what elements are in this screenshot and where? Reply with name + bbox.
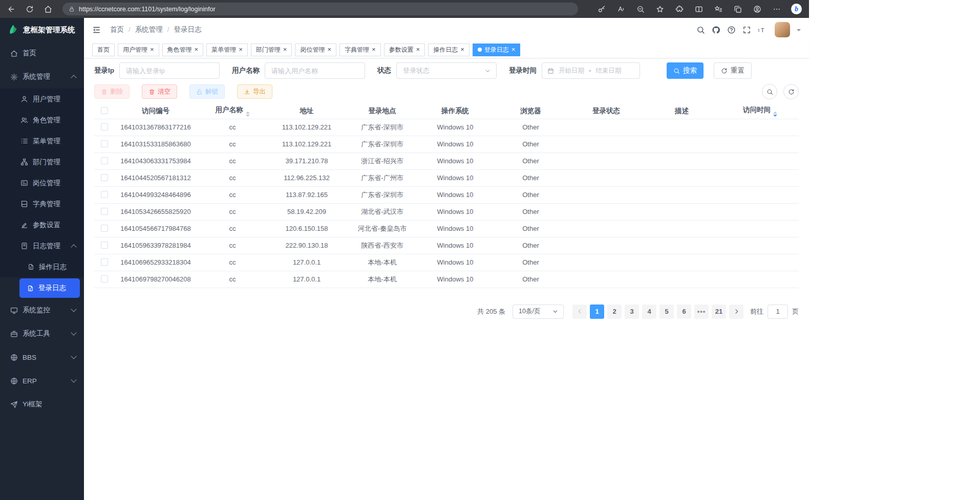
sidebar-item[interactable]: 登录日志 (19, 278, 80, 298)
column-header[interactable]: 浏览器 (491, 103, 570, 119)
avatar[interactable] (775, 22, 790, 37)
sidebar-item[interactable]: 日志管理 (0, 235, 84, 256)
sidebar-item[interactable]: 系统监控 (0, 298, 84, 322)
sort-caret-icon[interactable] (246, 112, 250, 117)
column-header[interactable]: 用户名称 (197, 103, 268, 119)
row-checkbox[interactable] (101, 208, 108, 215)
toolbar-button[interactable]: 导出 (237, 84, 272, 99)
table-row[interactable]: 1641031533185863680 cc 113.102.129.221 广… (94, 136, 799, 153)
page-button[interactable]: 3 (625, 305, 639, 319)
page-button[interactable]: 2 (607, 305, 622, 319)
tab[interactable]: 用户管理 (118, 44, 159, 56)
split-screen-icon[interactable] (695, 5, 703, 13)
collapse-sidebar-icon[interactable] (92, 26, 101, 34)
back-icon[interactable] (7, 5, 15, 13)
sidebar-item[interactable]: 参数设置 (0, 214, 84, 235)
breadcrumb-item[interactable]: 系统管理 (124, 25, 163, 34)
column-header[interactable]: 登录地点 (345, 103, 419, 119)
row-checkbox[interactable] (101, 225, 108, 232)
column-header[interactable]: 操作系统 (419, 103, 491, 119)
close-tab-icon[interactable] (416, 46, 420, 53)
sidebar-item[interactable]: 系统管理 (0, 65, 84, 89)
start-date-placeholder[interactable]: 开始日期 (559, 67, 584, 75)
column-header[interactable]: 地址 (268, 103, 345, 119)
tab[interactable]: 部门管理 (251, 44, 292, 56)
tab[interactable]: 字典管理 (339, 44, 381, 56)
table-row[interactable]: 1641053426655825920 cc 58.19.42.209 湖北省-… (94, 203, 799, 220)
sidebar-item[interactable]: BBS (0, 345, 84, 369)
add-favorite-icon[interactable] (656, 5, 664, 13)
password-key-icon[interactable] (598, 5, 606, 13)
sidebar-item[interactable]: 菜单管理 (0, 131, 84, 151)
sidebar-item[interactable]: 用户管理 (0, 89, 84, 110)
column-header[interactable]: 登录状态 (570, 103, 642, 119)
table-row[interactable]: 1641044993248464896 cc 113.87.92.165 广东省… (94, 186, 799, 203)
goto-page-input[interactable] (768, 305, 788, 319)
row-checkbox[interactable] (101, 258, 108, 266)
sidebar-item[interactable]: 系统工具 (0, 322, 84, 345)
breadcrumb-item[interactable]: 登录日志 (163, 25, 202, 34)
breadcrumb-item[interactable]: 首页 (110, 25, 124, 34)
select-all-checkbox[interactable] (101, 107, 108, 114)
column-header[interactable]: 描述 (642, 103, 721, 119)
close-tab-icon[interactable] (283, 46, 287, 53)
refresh-table-button[interactable] (783, 84, 799, 99)
toolbar-button[interactable]: 清空 (142, 84, 177, 99)
extensions-icon[interactable] (675, 5, 684, 13)
app-logo[interactable]: 意框架管理系统 (0, 18, 84, 41)
select-all-cell[interactable] (94, 103, 115, 119)
close-tab-icon[interactable] (460, 46, 464, 53)
avatar-caret-icon[interactable] (797, 29, 801, 33)
prev-page-button[interactable] (572, 305, 587, 319)
table-row[interactable]: 1641044520567181312 cc 112.96.225.132 广东… (94, 169, 799, 186)
tab[interactable]: 菜单管理 (206, 44, 248, 56)
table-row[interactable]: 1641059633978281984 cc 222.90.130.18 陕西省… (94, 237, 799, 254)
column-header[interactable]: 访问时间 (721, 103, 799, 119)
table-row[interactable]: 1641069652933218304 cc 127.0.0.1 本地-本机 W… (94, 254, 799, 271)
sidebar-item[interactable]: 部门管理 (0, 151, 84, 172)
sidebar-item[interactable]: Yi框架 (0, 393, 84, 416)
close-tab-icon[interactable] (195, 46, 199, 53)
sidebar-item[interactable]: 角色管理 (0, 110, 84, 131)
toolbar-button[interactable]: 解锁 (189, 84, 225, 99)
sidebar-item[interactable]: 岗位管理 (0, 172, 84, 193)
row-checkbox[interactable] (101, 140, 108, 147)
home-icon[interactable] (44, 5, 52, 13)
fullscreen-icon[interactable] (742, 26, 751, 34)
page-button[interactable]: 5 (659, 305, 674, 319)
close-tab-icon[interactable] (239, 46, 243, 53)
table-row[interactable]: 1641031367863177216 cc 113.102.129.221 广… (94, 119, 799, 136)
copilot-icon[interactable]: b (791, 4, 802, 14)
sort-caret-icon[interactable] (773, 112, 777, 117)
table-row[interactable]: 1641054566717984768 cc 120.6.150.158 河北省… (94, 220, 799, 237)
address-bar[interactable]: https://ccnetcore.com:1101/system/log/lo… (62, 3, 578, 15)
page-button[interactable]: 6 (677, 305, 691, 319)
tab[interactable]: 岗位管理 (295, 44, 336, 56)
login-ip-input[interactable] (119, 62, 220, 79)
tab[interactable]: 参数设置 (384, 44, 425, 56)
username-input[interactable] (265, 62, 365, 79)
page-button[interactable]: 4 (642, 305, 656, 319)
close-tab-icon[interactable] (327, 46, 331, 53)
reset-button[interactable]: 重置 (714, 62, 752, 79)
read-aloud-icon[interactable] (617, 5, 625, 13)
column-header[interactable]: 访问编号 (115, 103, 197, 119)
toggle-search-button[interactable] (762, 84, 777, 99)
table-row[interactable]: 1641043063331753984 cc 39.171.210.78 浙江省… (94, 153, 799, 169)
row-checkbox[interactable] (101, 275, 108, 282)
github-icon[interactable] (712, 26, 720, 34)
refresh-icon[interactable] (26, 5, 34, 13)
zoom-out-icon[interactable] (636, 5, 645, 13)
close-tab-icon[interactable] (372, 46, 376, 53)
more-pages-button[interactable]: ••• (694, 305, 709, 319)
sidebar-item[interactable]: 操作日志 (0, 256, 84, 277)
last-page-button[interactable]: 21 (712, 305, 726, 319)
sidebar-item[interactable]: 首页 (0, 41, 84, 65)
date-range-picker[interactable]: 开始日期 - 结束日期 (542, 62, 640, 79)
toolbar-button[interactable]: 删除 (94, 84, 130, 99)
sidebar-item[interactable]: ERP (0, 369, 84, 393)
browser-profile-icon[interactable] (753, 5, 761, 13)
row-checkbox[interactable] (101, 123, 108, 131)
header-search-icon[interactable] (696, 26, 705, 34)
page-size-select[interactable]: 10条/页 (513, 305, 564, 319)
